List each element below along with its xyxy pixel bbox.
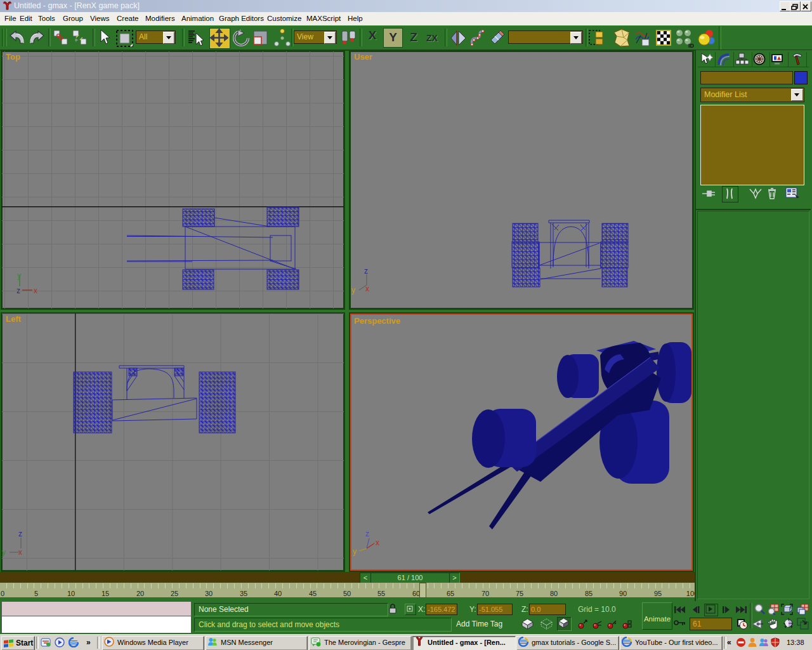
svg-text:x: x xyxy=(34,286,37,295)
svg-text:z: z xyxy=(18,529,22,538)
svg-text:y: y xyxy=(2,548,6,557)
svg-text:z: z xyxy=(365,529,369,538)
svg-text:x: x xyxy=(365,284,369,293)
svg-text:y: y xyxy=(351,286,355,295)
svg-text:z: z xyxy=(364,267,368,275)
svg-text:x: x xyxy=(376,538,379,547)
svg-text:y: y xyxy=(353,547,357,556)
svg-text:z: z xyxy=(16,286,20,295)
svg-text:y: y xyxy=(17,271,21,280)
svg-text:x: x xyxy=(18,548,22,557)
svg-text:ID: ID xyxy=(688,43,694,48)
